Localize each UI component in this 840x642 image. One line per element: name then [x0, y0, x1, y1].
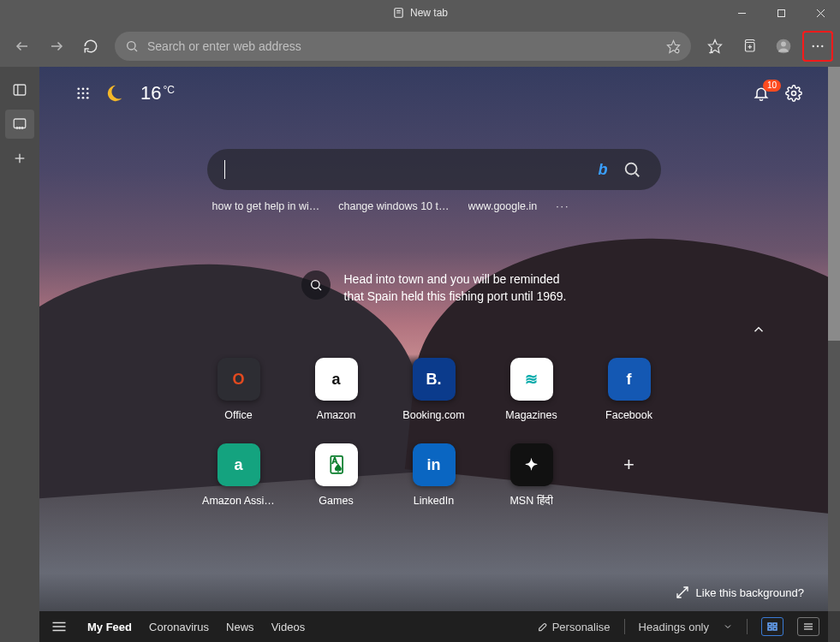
back-button[interactable] — [7, 31, 38, 62]
feed-tab-coronavirus[interactable]: Coronavirus — [149, 621, 209, 633]
tile-icon: 🂡 — [315, 443, 358, 486]
layout-list-button[interactable] — [797, 617, 819, 636]
add-quick-link-button[interactable]: + — [585, 443, 674, 508]
svg-point-37 — [86, 92, 89, 95]
tab-page-icon — [392, 7, 404, 19]
svg-point-9 — [128, 42, 135, 50]
layout-headings-label[interactable]: Headings only — [639, 621, 709, 633]
feed-tab-myfeed[interactable]: My Feed — [87, 621, 132, 633]
quick-link-tile[interactable]: 🂡Games — [292, 443, 381, 508]
weather-icon[interactable] — [106, 84, 125, 103]
feed-menu-icon[interactable] — [48, 621, 70, 633]
address-bar[interactable] — [115, 32, 691, 61]
svg-line-43 — [635, 173, 639, 176]
magnifier-icon — [301, 270, 331, 300]
search-suggestions: how to get help in wi… change windows 10… — [207, 200, 661, 212]
close-button[interactable] — [801, 0, 840, 26]
personalise-button[interactable]: Personalise — [535, 621, 611, 633]
svg-point-22 — [817, 45, 819, 47]
notifications-button[interactable]: 10 — [753, 85, 770, 102]
feed-tab-news[interactable]: News — [226, 621, 254, 633]
search-cursor — [224, 160, 225, 179]
weather-temperature[interactable]: 16 °C — [140, 82, 175, 104]
svg-line-46 — [682, 587, 688, 592]
quick-link-tile[interactable]: aAmazon Assi… — [194, 443, 283, 508]
tile-label: Amazon Assi… — [202, 495, 275, 507]
scrollbar-thumb[interactable] — [828, 67, 840, 341]
current-tab-thumbnail[interactable] — [5, 110, 34, 139]
layout-grid-button[interactable] — [761, 617, 783, 636]
image-info-card[interactable]: Head into town and you will be reminded … — [301, 270, 567, 306]
tile-label: Magazines — [505, 409, 557, 421]
quick-link-tile[interactable]: fFacebook — [585, 358, 674, 421]
suggestion-item[interactable]: www.google.in — [468, 200, 538, 212]
tile-icon: in — [413, 443, 456, 486]
tile-label: Facebook — [605, 409, 652, 421]
divider — [747, 619, 748, 634]
apps-grid-icon[interactable] — [75, 86, 91, 101]
tile-label: Amazon — [317, 409, 356, 421]
content-viewport: 16 °C 10 b — [39, 67, 840, 642]
chevron-down-icon[interactable] — [723, 621, 733, 632]
svg-point-34 — [86, 87, 89, 90]
svg-point-39 — [82, 97, 85, 99]
svg-point-40 — [86, 97, 89, 99]
svg-rect-26 — [14, 119, 26, 128]
ntp-search-box[interactable]: b — [207, 149, 661, 190]
refresh-button[interactable] — [75, 31, 106, 62]
more-menu-button[interactable] — [802, 31, 833, 62]
suggestion-more[interactable]: ··· — [556, 200, 569, 212]
profile-button[interactable] — [768, 31, 799, 62]
svg-point-33 — [82, 87, 85, 90]
favorite-star-icon[interactable] — [666, 39, 681, 54]
scrollbar-track[interactable] — [828, 67, 840, 611]
tile-icon: ≋ — [510, 358, 553, 401]
suggestion-item[interactable]: how to get help in wi… — [212, 200, 320, 212]
search-icon — [125, 39, 139, 53]
tile-icon: f — [608, 358, 651, 401]
favorites-button[interactable] — [700, 31, 730, 62]
svg-point-12 — [676, 49, 679, 52]
image-info-text: Head into town and you will be reminded … — [344, 270, 567, 306]
svg-point-41 — [792, 92, 796, 96]
temperature-unit: °C — [163, 84, 174, 96]
svg-rect-53 — [768, 627, 771, 630]
collapse-info-icon[interactable] — [751, 322, 766, 337]
svg-rect-51 — [768, 623, 771, 626]
svg-point-28 — [19, 128, 21, 129]
browser-toolbar — [0, 26, 840, 67]
svg-point-23 — [821, 45, 823, 47]
suggestion-item[interactable]: change windows 10 t… — [338, 200, 449, 212]
svg-rect-52 — [773, 623, 777, 626]
feed-tab-videos[interactable]: Videos — [271, 621, 306, 633]
like-background-label: Like this background? — [696, 586, 804, 599]
quick-links-grid: OOfficeaAmazonB.Booking.com≋MagazinesfFa… — [194, 358, 674, 508]
feed-bar: My Feed Coronavirus News Videos Personal… — [39, 611, 828, 642]
svg-point-36 — [82, 92, 85, 95]
quick-link-tile[interactable]: OOffice — [194, 358, 283, 421]
tile-label: Office — [224, 409, 252, 421]
notifications-badge: 10 — [763, 80, 781, 92]
minimize-button[interactable] — [722, 0, 761, 26]
collections-button[interactable] — [734, 31, 765, 62]
quick-link-tile[interactable]: aAmazon — [292, 358, 381, 421]
forward-button[interactable] — [41, 31, 72, 62]
titlebar: New tab — [0, 0, 840, 26]
search-submit-icon[interactable] — [620, 158, 644, 181]
vertical-tabs-toggle[interactable] — [5, 75, 34, 104]
tile-icon: a — [315, 358, 358, 401]
address-input[interactable] — [147, 39, 658, 53]
svg-rect-4 — [777, 9, 784, 16]
new-tab-button[interactable] — [5, 144, 34, 173]
like-background-button[interactable]: Like this background? — [676, 586, 804, 599]
quick-link-tile[interactable]: inLinkedIn — [390, 443, 479, 508]
maximize-button[interactable] — [761, 0, 801, 26]
page-settings-button[interactable] — [785, 85, 802, 102]
svg-point-38 — [77, 97, 80, 99]
svg-line-10 — [134, 49, 137, 51]
quick-link-tile[interactable]: ✦MSN हिंदी — [487, 443, 576, 508]
quick-link-tile[interactable]: ≋Magazines — [487, 358, 576, 421]
svg-point-29 — [21, 128, 23, 129]
quick-link-tile[interactable]: B.Booking.com — [390, 358, 479, 421]
svg-line-47 — [677, 592, 682, 597]
